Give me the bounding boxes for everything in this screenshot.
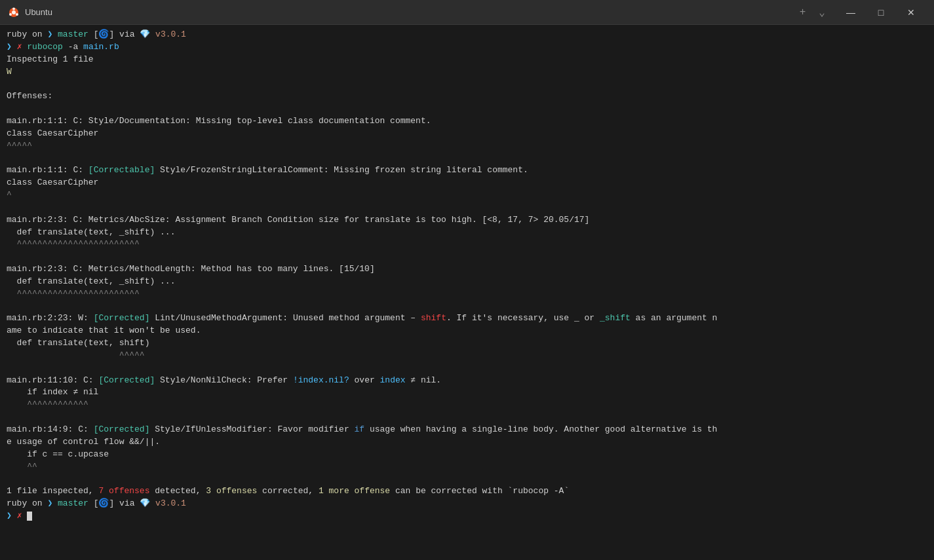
summary-line: 1 file inspected, 7 offenses detected, 3… xyxy=(7,485,927,498)
offense-2-line-2: class CaesarCipher xyxy=(7,177,927,189)
blank-5 xyxy=(7,251,927,263)
blank-2 xyxy=(7,103,927,115)
blank-4 xyxy=(7,202,927,214)
window-title: Ubuntu xyxy=(25,7,784,17)
maximize-button[interactable]: □ xyxy=(866,2,896,23)
offense-2-line-3: ^ xyxy=(7,189,927,202)
offense-2-line-1: main.rb:1:1: C: [Correctable] Style/Froz… xyxy=(7,164,927,177)
offense-5-line-1: main.rb:2:23: W: [Corrected] Lint/Unused… xyxy=(7,312,927,325)
offense-3-line-2: def translate(text, _shift) ... xyxy=(7,227,927,239)
offense-4-line-1: main.rb:2:3: C: Metrics/MethodLength: Me… xyxy=(7,263,927,276)
titlebar: Ubuntu + ⌄ — □ ✕ xyxy=(0,0,934,25)
svg-point-1 xyxy=(12,10,16,14)
prompt-line-1: ruby on ❯ master [🌀] via 💎 v3.0.1 xyxy=(7,29,927,41)
output-w: W xyxy=(7,66,927,79)
close-button[interactable]: ✕ xyxy=(896,2,926,23)
new-tab-button[interactable]: + xyxy=(794,4,811,21)
command-line: ❯ ✗ rubocop -a main.rb xyxy=(7,41,927,54)
offense-6-line-3: ^^^^^^^^^^^^ xyxy=(7,399,927,411)
offense-3-line-1: main.rb:2:3: C: Metrics/AbcSize: Assignm… xyxy=(7,214,927,227)
offense-7-line-3: ^^ xyxy=(7,461,927,474)
offense-5-line-3: ^^^^^ xyxy=(7,350,927,362)
tab-dropdown-button[interactable]: ⌄ xyxy=(813,3,830,22)
cursor xyxy=(27,512,32,521)
prompt-line-3: ❯ ✗ xyxy=(7,510,927,523)
svg-point-3 xyxy=(16,13,18,16)
blank-9 xyxy=(7,473,927,485)
offense-6-line-2: if index ≠ nil xyxy=(7,386,927,399)
output-offenses-header: Offenses: xyxy=(7,90,927,103)
output-inspecting: Inspecting 1 file xyxy=(7,54,927,66)
terminal-output[interactable]: ruby on ❯ master [🌀] via 💎 v3.0.1 ❯ ✗ ru… xyxy=(0,25,934,560)
offense-5-line-cont: ame to indicate that it won't be used. xyxy=(7,325,927,337)
blank-7 xyxy=(7,362,927,375)
offense-7-line-1: main.rb:14:9: C: [Corrected] Style/IfUnl… xyxy=(7,424,927,436)
minimize-button[interactable]: — xyxy=(836,2,866,23)
offense-1-line-1: main.rb:1:1: C: Style/Documentation: Mis… xyxy=(7,115,927,128)
offense-4-line-3: ^^^^^^^^^^^^^^^^^^^^^^^^ xyxy=(7,288,927,301)
prompt-line-2: ruby on ❯ master [🌀] via 💎 v3.0.1 xyxy=(7,498,927,510)
svg-point-4 xyxy=(9,13,12,16)
blank-3 xyxy=(7,152,927,164)
offense-4-line-2: def translate(text, _shift) ... xyxy=(7,276,927,288)
offense-3-line-3: ^^^^^^^^^^^^^^^^^^^^^^^^ xyxy=(7,238,927,251)
blank-6 xyxy=(7,301,927,313)
offense-6-line-1: main.rb:11:10: C: [Corrected] Style/NonN… xyxy=(7,375,927,387)
window-controls: — □ ✕ xyxy=(836,2,926,23)
blank-8 xyxy=(7,411,927,424)
offense-7-line-cont: e usage of control flow &&/||. xyxy=(7,436,927,449)
titlebar-tabs: + ⌄ xyxy=(794,3,830,22)
offense-7-line-2: if c == c.upcase xyxy=(7,449,927,461)
offense-1-line-3: ^^^^^ xyxy=(7,140,927,153)
svg-point-2 xyxy=(12,7,15,10)
blank-1 xyxy=(7,78,927,90)
offense-5-line-2: def translate(text, shift) xyxy=(7,337,927,350)
offense-1-line-2: class CaesarCipher xyxy=(7,128,927,140)
terminal-window: Ubuntu + ⌄ — □ ✕ ruby on ❯ master [🌀] vi… xyxy=(0,0,934,560)
ubuntu-icon xyxy=(8,7,20,18)
